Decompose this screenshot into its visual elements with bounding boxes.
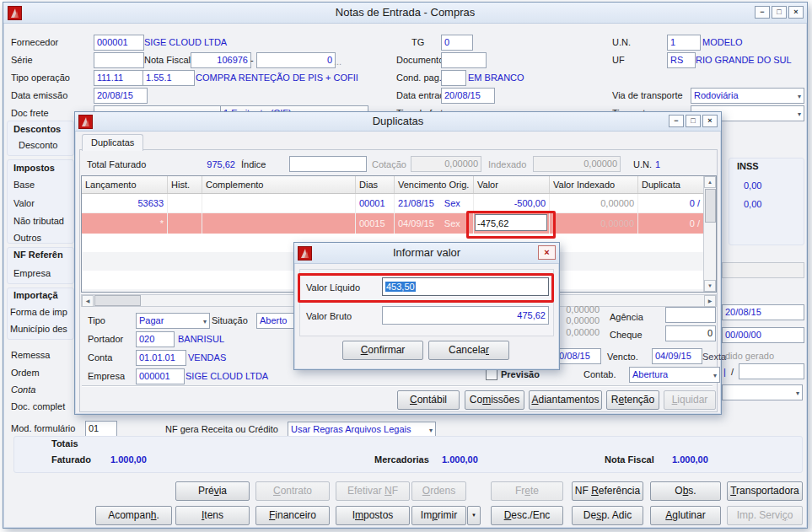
maximize-icon[interactable]: □ xyxy=(686,115,701,127)
close-icon[interactable]: × xyxy=(788,6,804,19)
financeiro-button[interactable]: Financeiro xyxy=(255,506,330,525)
cheque-field[interactable]: 0 xyxy=(665,325,716,341)
vencto-day: Sexta xyxy=(702,352,726,362)
cell-valor-indexado: 0,00000 xyxy=(550,213,638,234)
nota-fiscal-field[interactable]: 106976 xyxy=(191,52,251,68)
previa-button[interactable]: Prévia xyxy=(175,481,250,501)
cell-valor-indexado: 0,00000 xyxy=(550,194,638,212)
desp-adic-button[interactable]: Desp. Adic xyxy=(572,506,643,525)
descontos-header: Descontos xyxy=(13,124,61,134)
tab-duplicatas[interactable]: Duplicatas xyxy=(82,134,143,151)
previsao-checkbox[interactable] xyxy=(486,368,497,380)
vscroll-thumb[interactable] xyxy=(705,189,716,223)
scroll-right-icon[interactable]: ▶ xyxy=(704,295,716,307)
col-valor-indexado[interactable]: Valor Indexado xyxy=(550,176,638,193)
mod-formulario-field[interactable]: 01 xyxy=(85,421,117,437)
tg-field[interactable]: 0 xyxy=(441,35,473,51)
acompanh-button[interactable]: Acompanh. xyxy=(95,506,172,525)
hscroll-thumb[interactable] xyxy=(94,295,141,306)
empresa-field[interactable]: 000001 xyxy=(136,368,185,384)
table-vscrollbar[interactable]: ▲ ▼ xyxy=(703,176,716,292)
chevron-down-icon[interactable]: ▾ xyxy=(796,386,799,400)
imp-servico-button[interactable]: Imp. Serviço xyxy=(727,506,803,525)
comissoes-button[interactable]: Comissões xyxy=(465,390,524,410)
cond-pag-field[interactable] xyxy=(441,70,466,86)
close-icon[interactable]: × xyxy=(538,245,556,260)
pedido-frag: | xyxy=(723,367,726,377)
fornecedor-field[interactable]: 000001 xyxy=(94,35,144,51)
right-date-field-1[interactable]: 20/08/15 xyxy=(722,304,804,320)
liquidar-button[interactable]: Liquidar xyxy=(664,390,716,410)
fornecedor-name: SIGE CLOUD LTDA xyxy=(144,37,227,47)
desc-enc-button[interactable]: Desc./Enc xyxy=(491,506,563,525)
frete-button[interactable]: Frete xyxy=(491,481,563,501)
uf-field[interactable]: RS xyxy=(667,52,696,68)
mod-formulario-label: Mod. formulário xyxy=(11,423,75,433)
via-transporte-combo[interactable]: Rodoviária▾ xyxy=(691,88,804,104)
obs-button[interactable]: Obs. xyxy=(650,481,721,501)
imprimir-split-arrow-icon[interactable]: ▼ xyxy=(467,506,481,525)
data-emissao-field[interactable]: 20/08/15 xyxy=(94,88,148,104)
doc-frete-label: Doc frete xyxy=(11,108,49,118)
table-row-selected[interactable]: * 00015 04/09/15Sex -475,62 0,00000 0 / xyxy=(82,213,716,234)
scroll-left-icon[interactable]: ◀ xyxy=(82,295,94,307)
right-combo[interactable]: ▾ xyxy=(722,384,803,400)
close-icon[interactable]: × xyxy=(702,115,718,127)
col-duplicata[interactable]: Duplicata xyxy=(638,176,703,193)
valor-bruto-label: Valor Bruto xyxy=(306,311,352,321)
pedido-field[interactable] xyxy=(739,363,804,379)
conta-field[interactable]: 01.01.01 xyxy=(136,350,186,366)
chevron-down-icon[interactable]: ▾ xyxy=(798,89,801,104)
right-date-field-2[interactable]: 00/00/00 xyxy=(722,327,804,343)
main-window-title: Notas de Entrada - Compras xyxy=(3,6,807,19)
impostos-button[interactable]: Impostos xyxy=(336,506,410,525)
scroll-up-icon[interactable]: ▲ xyxy=(704,176,716,188)
contrato-button[interactable]: Contrato xyxy=(255,481,330,501)
indice-field[interactable] xyxy=(289,156,367,172)
chevron-down-icon[interactable]: ▾ xyxy=(203,314,207,329)
agencia-field[interactable] xyxy=(665,307,716,323)
itens-button[interactable]: Itens xyxy=(175,506,250,525)
cell-duplicata: 0 / xyxy=(638,194,703,212)
nf-referencia-button[interactable]: NF Referência xyxy=(572,481,643,501)
portador-field[interactable]: 020 xyxy=(136,331,175,347)
tipo-combo[interactable]: Pagar▾ xyxy=(136,313,210,329)
un-field[interactable]: 1 xyxy=(667,35,701,51)
col-hist[interactable]: Hist. xyxy=(168,176,202,193)
col-valor[interactable]: Valor xyxy=(474,176,550,193)
tipo-operacao-code2-field[interactable]: 1.55.1 xyxy=(143,70,195,86)
documento-field[interactable] xyxy=(441,52,487,68)
col-vencimento[interactable]: Vencimento Orig. xyxy=(395,176,474,193)
efetivar-nf-button[interactable]: Efetivar NF xyxy=(336,481,410,501)
transportadora-button[interactable]: Transportadora xyxy=(727,481,803,501)
data-entrada-field[interactable]: 20/08/15 xyxy=(441,88,495,104)
nota-fiscal-lookup-ellipsis[interactable]: ... xyxy=(334,56,341,67)
scroll-down-icon[interactable]: ▼ xyxy=(704,280,716,292)
aglutinar-button[interactable]: Aglutinar xyxy=(650,506,721,525)
minimize-icon[interactable]: − xyxy=(755,6,770,19)
col-lancamento[interactable]: Lançamento xyxy=(82,176,168,193)
imprimir-button[interactable]: Imprimir xyxy=(411,506,466,525)
nota-fiscal-suffix-field[interactable]: 0 xyxy=(256,52,336,68)
vencto-label: Vencto. xyxy=(607,352,638,362)
maximize-icon[interactable]: □ xyxy=(772,6,787,19)
col-complemento[interactable]: Complemento xyxy=(202,176,356,193)
adiantamentos-button[interactable]: Adiantamentos xyxy=(529,390,602,410)
contab-combo[interactable]: Abertura▾ xyxy=(629,367,720,383)
col-dias[interactable]: Dias xyxy=(356,176,395,193)
retencao-button[interactable]: Retenção xyxy=(606,390,659,410)
vencto-field[interactable]: 04/09/15 xyxy=(652,348,702,364)
outros-label: Outros xyxy=(13,233,41,243)
chevron-down-icon[interactable]: ▾ xyxy=(798,107,801,121)
contabil-button[interactable]: Contábil xyxy=(397,390,460,410)
confirmar-button[interactable]: Confirmar xyxy=(342,341,423,360)
nota-fiscal-label: Nota Fiscal xyxy=(144,55,191,65)
serie-field[interactable] xyxy=(94,52,144,68)
valor-bruto-field[interactable]: 475,62 xyxy=(382,306,549,325)
minimize-icon[interactable]: − xyxy=(669,115,684,127)
table-row[interactable]: 53633 00001 21/08/15Sex -500,00 0,00000 … xyxy=(82,194,716,213)
cancelar-button[interactable]: Cancelar xyxy=(428,341,509,360)
tipo-operacao-code1-field[interactable]: 111.11 xyxy=(94,70,144,86)
chevron-down-icon[interactable]: ▾ xyxy=(713,368,717,383)
ordens-button[interactable]: Ordens xyxy=(411,481,466,501)
